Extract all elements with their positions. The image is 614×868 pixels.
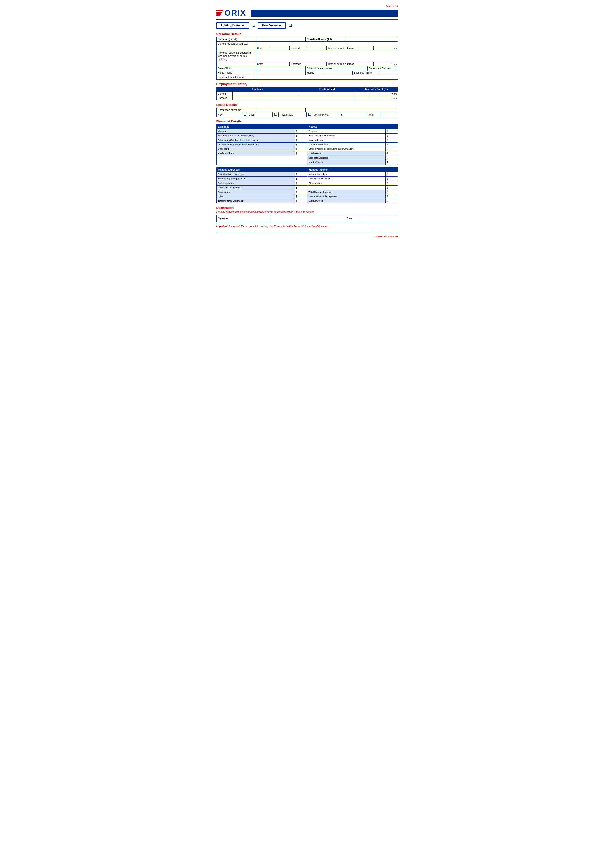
- income-row-3: [307, 186, 398, 190]
- monthly-expenses-header: Monthly Expenses: [217, 167, 307, 172]
- date-value[interactable]: [360, 215, 398, 222]
- term-value[interactable]: [381, 112, 398, 117]
- prev-time-at-address-value[interactable]: [359, 62, 374, 66]
- income-less-amount[interactable]: [385, 194, 398, 199]
- income-amount-2[interactable]: [385, 181, 398, 185]
- new-checkbox[interactable]: [242, 112, 248, 117]
- email-value[interactable]: [256, 75, 398, 80]
- asset-amount-1[interactable]: [385, 133, 398, 138]
- used-checkbox[interactable]: [273, 112, 279, 117]
- liability-amount-3[interactable]: [295, 143, 307, 147]
- liability-label-2: Credit cards (Total of all credit card l…: [217, 138, 295, 142]
- prev-time-value[interactable]: [355, 96, 370, 100]
- liability-total-amount[interactable]: [295, 152, 307, 156]
- income-label-1: Monthly car allowance: [307, 177, 385, 181]
- current-position-value[interactable]: [299, 91, 355, 96]
- income-label-0: Net monthly salary: [307, 172, 385, 177]
- dob-value[interactable]: [256, 66, 305, 71]
- state-value[interactable]: [270, 46, 290, 50]
- asset-total-amount[interactable]: [385, 152, 398, 156]
- licence-value[interactable]: [345, 66, 367, 71]
- asset-amount-2[interactable]: [385, 138, 398, 142]
- new-customer-checkbox[interactable]: [289, 24, 291, 27]
- income-amount-0[interactable]: [385, 172, 398, 177]
- christian-names-value[interactable]: [345, 37, 398, 42]
- expense-amount-4[interactable]: [295, 190, 307, 194]
- expense-row-2: Car repayments: [217, 181, 307, 186]
- income-amount-3[interactable]: [385, 186, 398, 190]
- monthly-income-section: Monthly Income Net monthly salary Monthl…: [307, 167, 398, 203]
- current-address-label: Current residential address:: [216, 42, 256, 46]
- surname-input[interactable]: [257, 38, 304, 40]
- income-total-amount[interactable]: [385, 190, 398, 194]
- current-address-input[interactable]: [257, 42, 397, 45]
- asset-row-3: Furniture and effects: [307, 143, 398, 147]
- surname-label: Surname (In full):: [216, 37, 256, 42]
- liability-label-4: Other debts: [217, 147, 295, 151]
- liability-amount-2[interactable]: [295, 138, 307, 142]
- expense-amount-2[interactable]: [295, 181, 307, 185]
- home-phone-value[interactable]: [256, 71, 305, 75]
- liability-amount-0[interactable]: [295, 129, 307, 133]
- asset-label-2: Motor vehicles: [307, 138, 385, 142]
- time-at-address-value[interactable]: [359, 46, 374, 50]
- monthly-expenses-section: Monthly Expenses Estimated living expens…: [216, 167, 307, 203]
- asset-label-4: Other investments (excluding superannuat…: [307, 147, 385, 151]
- existing-customer-checkbox[interactable]: [253, 24, 255, 27]
- private-sale-checkbox[interactable]: [306, 112, 312, 117]
- prev-position-value[interactable]: [299, 96, 355, 101]
- expense-amount-3[interactable]: [295, 186, 307, 190]
- current-time-value[interactable]: [355, 91, 370, 96]
- asset-row-surplus: Surplus/Deficit: [307, 160, 398, 164]
- expense-amount-5[interactable]: [295, 194, 307, 199]
- postcode-value[interactable]: [307, 46, 327, 50]
- personal-details-title: Personal Details: [216, 32, 398, 36]
- asset-surplus-amount[interactable]: [385, 160, 398, 164]
- logo-text: ORIX: [225, 8, 246, 17]
- prev-postcode-value[interactable]: [307, 62, 327, 66]
- vehicle-desc-value[interactable]: [256, 108, 305, 112]
- asset-amount-4[interactable]: [385, 147, 398, 151]
- christian-names-input[interactable]: [346, 38, 397, 40]
- expense-label-4: Credit cards: [217, 190, 295, 194]
- liability-amount-4[interactable]: [295, 147, 307, 151]
- time-at-address-label: Time at current address: [327, 46, 359, 50]
- business-phone-value[interactable]: [380, 71, 398, 75]
- prev-address-value[interactable]: [256, 51, 398, 62]
- income-amount-1[interactable]: [385, 177, 398, 181]
- prev-postcode-label: Postcode: [290, 62, 307, 66]
- stripe-2: [216, 12, 222, 13]
- asset-amount-0[interactable]: [385, 129, 398, 133]
- asset-row-1: Real estate (market value): [307, 133, 398, 138]
- footer: www.orix.com.au: [216, 232, 398, 237]
- expense-amount-0[interactable]: [295, 172, 307, 177]
- income-surplus-amount[interactable]: [385, 199, 398, 203]
- expense-label-2: Car repayments: [217, 181, 295, 185]
- prev-employer-value[interactable]: [233, 96, 299, 100]
- email-label: Personal Email Address: [216, 75, 256, 80]
- new-customer-button[interactable]: New Customer: [257, 22, 285, 29]
- current-address-value[interactable]: [256, 42, 398, 46]
- footer-url[interactable]: www.orix.com.au: [375, 234, 398, 237]
- expense-amount-1[interactable]: [295, 177, 307, 181]
- surname-value[interactable]: [256, 37, 305, 42]
- vehicle-price-value[interactable]: [344, 112, 367, 117]
- prev-state-value[interactable]: [270, 62, 290, 66]
- signature-value[interactable]: [271, 215, 345, 222]
- existing-customer-button[interactable]: Existing Customer: [216, 22, 249, 29]
- previous-label: Previous: [217, 96, 233, 100]
- dependants-value[interactable]: [395, 66, 398, 71]
- mobile-value[interactable]: [323, 71, 353, 75]
- expense-row-total: Total Monthly Expenses: [217, 199, 307, 203]
- asset-less-amount[interactable]: [385, 156, 398, 160]
- expense-total-amount[interactable]: [295, 199, 307, 203]
- asset-amount-3[interactable]: [385, 143, 398, 147]
- vehicle-desc-label: Description of vehicle: [216, 108, 256, 112]
- expense-label-3: Other debt repayments: [217, 186, 295, 190]
- liability-amount-1[interactable]: [295, 133, 307, 138]
- current-employer-value[interactable]: [233, 91, 299, 96]
- expense-row-5: Other: [217, 194, 307, 199]
- stripe-3: [216, 13, 221, 15]
- postcode-label: Postcode: [290, 46, 307, 50]
- employment-title: Employment History: [216, 82, 398, 86]
